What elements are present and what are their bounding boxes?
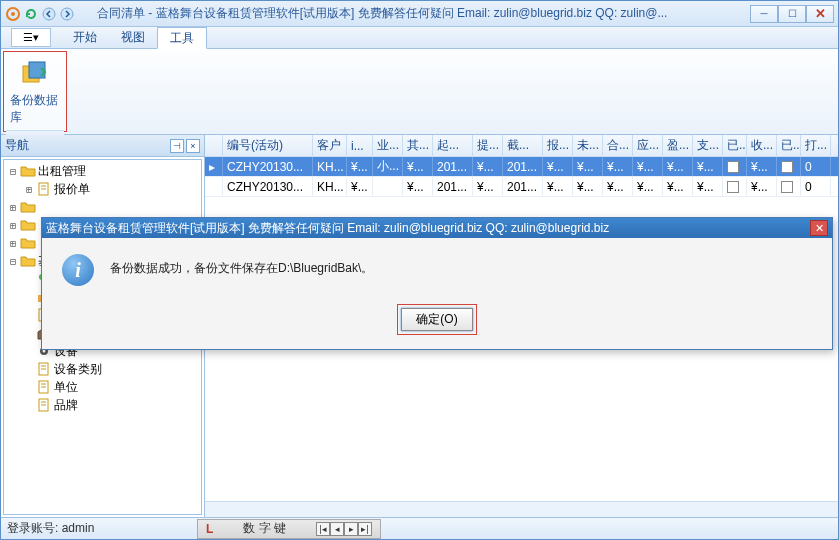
col-header[interactable]: 报...: [543, 135, 573, 156]
expand-toggle[interactable]: ⊞: [6, 220, 20, 231]
col-header[interactable]: i...: [347, 135, 373, 156]
nav-title: 导航: [5, 137, 29, 154]
col-header[interactable]: 提...: [473, 135, 503, 156]
numpad-icon: L: [206, 522, 213, 536]
col-header[interactable]: 已...: [723, 135, 747, 156]
tab-start[interactable]: 开始: [61, 27, 109, 48]
tree-node[interactable]: ⊞: [6, 198, 199, 216]
checkbox[interactable]: [781, 161, 793, 173]
tab-view[interactable]: 视图: [109, 27, 157, 48]
col-header[interactable]: 盈...: [663, 135, 693, 156]
info-icon: i: [62, 254, 94, 286]
checkbox[interactable]: [781, 181, 793, 193]
node-icon: [36, 182, 52, 196]
tree-node[interactable]: ⊞报价单: [6, 180, 199, 198]
table-cell: ¥...: [747, 177, 777, 196]
col-header[interactable]: 编号(活动): [223, 135, 313, 156]
table-cell: ¥...: [543, 177, 573, 196]
statusbar: 登录账号: admin L 数 字 键 |◂ ◂ ▸ ▸|: [1, 517, 838, 539]
node-label: 单位: [54, 379, 78, 396]
node-label: 品牌: [54, 397, 78, 414]
col-header[interactable]: [205, 135, 223, 156]
table-cell: KH...: [313, 157, 347, 176]
tab-tool[interactable]: 工具: [157, 27, 207, 49]
col-header[interactable]: 已...: [777, 135, 801, 156]
minimize-button[interactable]: ─: [750, 5, 778, 23]
dialog-title: 蓝格舞台设备租赁管理软件[试用版本] 免费解答任何疑问 Email: zulin…: [46, 220, 810, 237]
node-icon: [20, 164, 36, 178]
dialog-close-button[interactable]: ✕: [810, 220, 828, 236]
ribbon-group-tools: 备份数据库 工具: [3, 51, 67, 132]
backup-db-button[interactable]: 备份数据库: [6, 56, 64, 130]
nav-fwd-icon[interactable]: [59, 6, 75, 22]
table-cell: ¥...: [747, 157, 777, 176]
tree-node[interactable]: 品牌: [6, 396, 199, 414]
table-cell: ¥...: [693, 177, 723, 196]
table-cell: [777, 177, 801, 196]
svg-point-3: [61, 8, 73, 20]
col-header[interactable]: 截...: [503, 135, 543, 156]
table-cell: ¥...: [663, 177, 693, 196]
refresh-icon[interactable]: [23, 6, 39, 22]
table-cell: ¥...: [693, 157, 723, 176]
last-button[interactable]: ▸|: [358, 522, 372, 536]
col-header[interactable]: 业...: [373, 135, 403, 156]
table-cell: ¥...: [573, 157, 603, 176]
table-cell: ¥...: [347, 177, 373, 196]
table-cell: [205, 177, 223, 196]
nav-back-icon[interactable]: [41, 6, 57, 22]
svg-point-2: [43, 8, 55, 20]
col-header[interactable]: 未...: [573, 135, 603, 156]
expand-toggle[interactable]: ⊟: [6, 166, 20, 177]
table-cell: ¥...: [543, 157, 573, 176]
node-icon: [20, 218, 36, 232]
nav-header: 导航 ⊣ ×: [1, 135, 204, 157]
pin-button[interactable]: ⊣: [170, 139, 184, 153]
menu-dropdown[interactable]: ☰▾: [11, 28, 51, 47]
next-button[interactable]: ▸: [344, 522, 358, 536]
table-cell: ¥...: [603, 157, 633, 176]
expand-toggle[interactable]: ⊞: [6, 238, 20, 249]
tree-node[interactable]: 设备类别: [6, 360, 199, 378]
table-cell: ¥...: [473, 177, 503, 196]
col-header[interactable]: 合...: [603, 135, 633, 156]
grid-hscroll[interactable]: [205, 501, 838, 517]
col-header[interactable]: 打...: [801, 135, 831, 156]
status-login: 登录账号: admin: [7, 520, 197, 537]
table-row[interactable]: CZHY20130...KH...¥...¥...201...¥...201..…: [205, 177, 838, 197]
table-row[interactable]: ▸CZHY20130...KH...¥...小...¥...201...¥...…: [205, 157, 838, 177]
numpad-bar: L 数 字 键 |◂ ◂ ▸ ▸|: [197, 519, 381, 539]
expand-toggle[interactable]: ⊟: [6, 256, 20, 267]
table-cell: 0: [801, 177, 831, 196]
tree-node[interactable]: 单位: [6, 378, 199, 396]
col-header[interactable]: 客户: [313, 135, 347, 156]
table-cell: 201...: [433, 177, 473, 196]
tree-node[interactable]: ⊟出租管理: [6, 162, 199, 180]
col-header[interactable]: 其...: [403, 135, 433, 156]
table-cell: ¥...: [403, 157, 433, 176]
close-button[interactable]: ✕: [806, 5, 834, 23]
prev-button[interactable]: ◂: [330, 522, 344, 536]
first-button[interactable]: |◂: [316, 522, 330, 536]
col-header[interactable]: 起...: [433, 135, 473, 156]
nav-close-button[interactable]: ×: [186, 139, 200, 153]
table-cell: [723, 177, 747, 196]
node-icon: [36, 398, 52, 412]
col-header[interactable]: 收...: [747, 135, 777, 156]
table-cell: ¥...: [347, 157, 373, 176]
ok-button-highlight: 确定(O): [397, 304, 476, 335]
checkbox[interactable]: [727, 181, 739, 193]
table-cell: CZHY20130...: [223, 177, 313, 196]
table-cell: ¥...: [633, 177, 663, 196]
table-cell: ¥...: [633, 157, 663, 176]
ok-button[interactable]: 确定(O): [401, 308, 472, 331]
col-header[interactable]: 应...: [633, 135, 663, 156]
expand-toggle[interactable]: ⊞: [6, 202, 20, 213]
col-header[interactable]: 支...: [693, 135, 723, 156]
node-label: 设备类别: [54, 361, 102, 378]
expand-toggle[interactable]: ⊞: [22, 184, 36, 195]
table-cell: ¥...: [573, 177, 603, 196]
node-icon: [20, 236, 36, 250]
checkbox[interactable]: [727, 161, 739, 173]
maximize-button[interactable]: ☐: [778, 5, 806, 23]
